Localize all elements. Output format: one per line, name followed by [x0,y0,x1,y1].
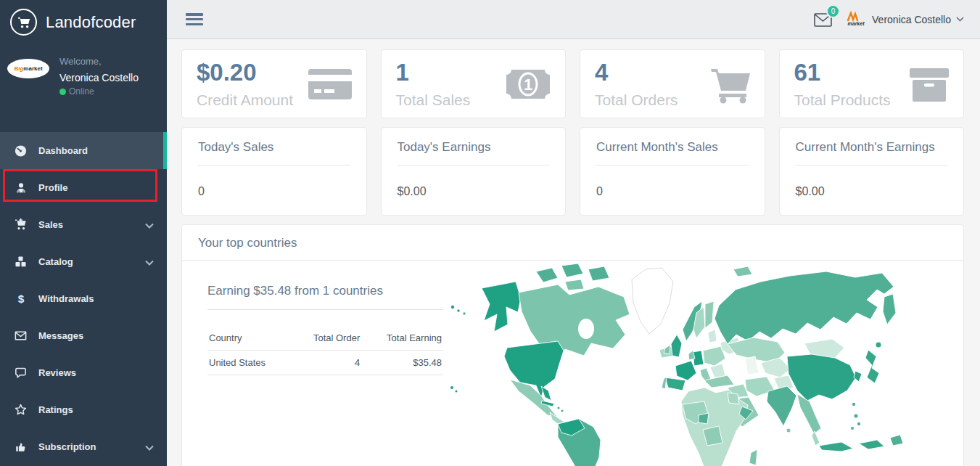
divider [596,165,749,165]
envelope-icon [14,329,28,343]
table-row: United States 4 $35.48 [207,351,443,375]
summary-value: $0.00 [796,185,948,198]
user-menu[interactable]: market Veronica Costello [845,10,964,29]
sidebar-user-block: Bigmarket Welcome, Veronica Costello Onl… [0,43,167,102]
money-bill-icon: 1 [504,66,552,105]
summary-value: 0 [596,185,749,198]
panel-body: Earning $35.48 from 1 countries Country … [182,261,963,466]
summary-title: Current Month's Earnings [796,140,948,155]
chevron-down-icon [145,218,154,232]
panel-title: Your top countries [182,225,963,261]
sidebar-user-name: Veronica Costello [59,72,139,83]
sidebar-item-subscription[interactable]: Subscription [0,428,167,465]
store-logo: market [845,10,867,29]
sidebar-item-label: Withdrawals [38,293,94,304]
col-total-earning: Total Earning [361,326,443,351]
cubes-icon [14,255,28,269]
star-icon [14,403,28,417]
user-icon [14,181,28,195]
brand-name: Landofcoder [46,13,136,32]
comment-icon [14,366,28,380]
summary-title: Current Month's Sales [596,140,749,155]
cart-logo-icon [10,9,37,36]
topbar-right: 0 market Veronica Costello [814,9,980,30]
dashboard-icon [14,144,28,158]
summary-card-todays-sales: Today's Sales 0 [181,127,367,216]
online-status: Online [59,86,139,97]
brand-logo[interactable]: Landofcoder [0,0,167,43]
cell-total-order: 4 [292,351,361,375]
sidebar: Landofcoder Bigmarket Welcome, Veronica … [0,0,167,466]
sidebar-item-catalog[interactable]: Catalog [0,243,167,280]
summary-card-todays-earnings: Today's Earnings $0.00 [381,127,567,216]
top-countries-panel: Your top countries Earning $35.48 from 1… [181,224,964,466]
sidebar-item-label: Reviews [38,367,76,378]
topbar: 0 market Veronica Costello [167,0,980,39]
online-status-dot [59,89,66,95]
svg-text:market: market [848,21,865,26]
divider [398,165,550,165]
sidebar-item-withdrawals[interactable]: $ Withdrawals [0,280,167,317]
table-header-row: Country Total Order Total Earning [207,326,443,351]
sidebar-item-sales[interactable]: Sales [0,206,167,243]
sidebar-item-dashboard[interactable]: Dashboard [0,132,167,169]
sidebar-item-label: Sales [38,219,63,230]
sidebar-item-label: Subscription [38,441,96,452]
summary-value: $0.00 [398,185,550,198]
svg-text:$: $ [17,293,24,305]
chevron-down-icon [956,17,964,22]
sidebar-item-label: Ratings [38,404,73,415]
divider [198,165,350,165]
sidebar-item-ratings[interactable]: Ratings [0,391,167,428]
stat-card-credit-amount: $0.20 Credit Amount [181,49,367,118]
online-status-label: Online [69,86,94,97]
cart-icon [14,218,28,232]
sidebar-item-messages[interactable]: Messages [0,317,167,354]
stat-card-total-sales: 1 Total Sales 1 [381,49,567,118]
sidebar-item-label: Dashboard [38,145,88,156]
sidebar-item-label: Messages [38,330,83,341]
sidebar-menu: Dashboard Profile Sales [0,132,167,465]
messages-count-badge: 0 [826,4,840,18]
countries-table: Country Total Order Total Earning United… [207,326,443,375]
stat-card-total-orders: 4 Total Orders [580,49,765,118]
cell-total-earning: $35.48 [361,351,443,375]
sidebar-item-reviews[interactable]: Reviews [0,354,167,391]
summary-title: Today's Earnings [398,140,550,155]
dollar-icon: $ [14,292,28,306]
welcome-label: Welcome, [59,54,139,67]
summary-value: 0 [198,185,350,198]
sidebar-item-label: Profile [38,182,67,193]
sidebar-item-label: Catalog [38,256,73,267]
cell-country: United States [207,351,292,375]
shopping-cart-icon [709,66,752,107]
col-total-order: Total Order [292,326,361,351]
divider [796,165,948,165]
stat-cards-row: $0.20 Credit Amount 1 Total Sales 1 4 To… [181,49,964,118]
summary-card-month-sales: Current Month's Sales 0 [580,127,765,216]
world-map-choropleth[interactable] [449,262,922,466]
topbar-user-name: Veronica Costello [872,14,951,25]
summary-card-month-earnings: Current Month's Earnings $0.00 [779,127,965,216]
avatar: Bigmarket [7,59,49,78]
summary-cards-row: Today's Sales 0 Today's Earnings $0.00 C… [181,118,964,216]
earning-heading: Earning $35.48 from 1 countries [207,284,443,310]
summary-title: Today's Sales [198,140,350,155]
svg-text:1: 1 [524,75,532,94]
sidebar-item-profile[interactable]: Profile [0,169,167,206]
stat-card-total-products: 61 Total Products [779,49,965,118]
main-content: $0.20 Credit Amount 1 Total Sales 1 4 To… [167,40,980,466]
dashboard-page: Landofcoder Bigmarket Welcome, Veronica … [0,0,980,466]
chevron-down-icon [145,441,154,454]
messages-button[interactable]: 0 [814,9,832,30]
credit-card-icon [307,66,353,105]
chevron-down-icon [145,256,154,269]
product-box-icon [908,66,950,107]
thumbs-up-icon [14,440,28,454]
col-country: Country [207,326,292,351]
hamburger-menu-icon[interactable] [186,13,203,25]
